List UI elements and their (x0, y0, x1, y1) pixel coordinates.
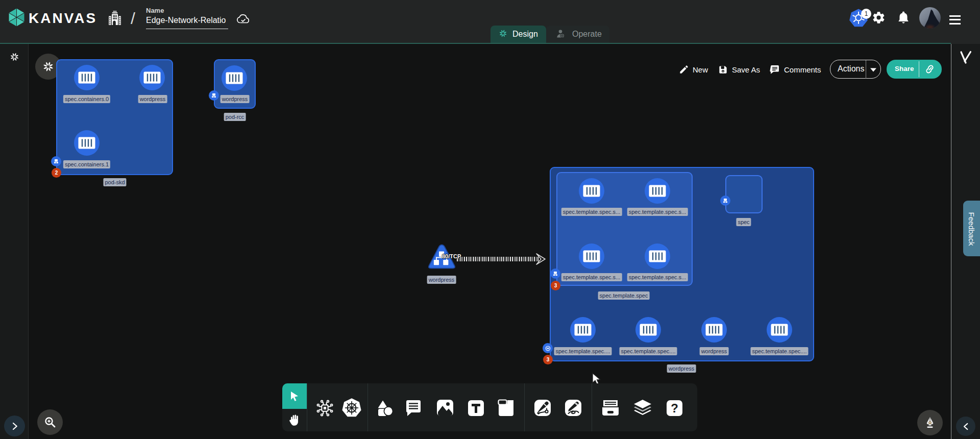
svg-text:?: ? (671, 401, 678, 415)
